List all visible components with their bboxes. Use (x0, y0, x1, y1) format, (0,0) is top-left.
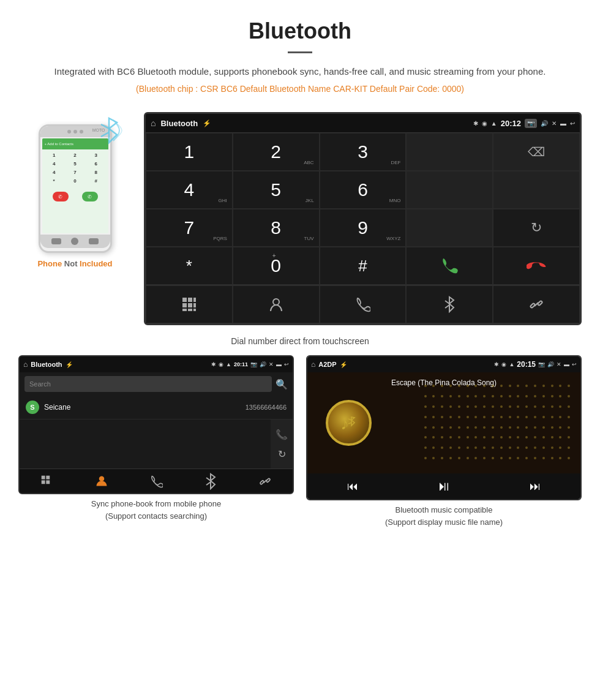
phone-key-0: 0 (65, 177, 85, 185)
viz-dot (551, 457, 553, 459)
key-9-num: 9 (358, 217, 368, 238)
dialpad-key-1[interactable]: 1 (146, 133, 233, 171)
dialpad-key-4[interactable]: 4 GHI (146, 171, 233, 209)
viz-dot (517, 416, 519, 418)
key-hash-num: # (358, 257, 367, 276)
dialpad-key-0[interactable]: 0 + (233, 247, 320, 285)
dialpad-key-6[interactable]: 6 MNO (320, 171, 407, 209)
viz-dot (474, 385, 477, 387)
dialpad-key-5[interactable]: 5 JKL (233, 171, 320, 209)
dialpad-key-star[interactable]: * (146, 247, 233, 285)
pb-grid-icon[interactable] (40, 475, 54, 488)
phone-key-8: 7 (65, 168, 85, 176)
key-5-num: 5 (271, 179, 281, 200)
camera-icon[interactable]: 📷 (525, 119, 537, 128)
dialpad-call-button[interactable] (406, 247, 493, 285)
close-status-icon[interactable]: ✕ (552, 120, 557, 127)
viz-dot (525, 416, 528, 418)
back-status-icon[interactable]: ↩ (570, 120, 575, 127)
included-word: Included (80, 259, 112, 268)
phone-key-5: 5 (65, 160, 85, 168)
home-icon[interactable]: ⌂ (151, 118, 156, 128)
viz-dot (509, 395, 511, 397)
viz-dot (525, 457, 528, 459)
volume-icon[interactable]: 🔊 (541, 120, 548, 127)
phone-key-1: 1 (44, 151, 64, 159)
dialpad-bluetooth-btn[interactable] (406, 285, 493, 323)
pb-person-icon[interactable] (95, 475, 108, 488)
pb-back-icon[interactable]: ↩ (284, 361, 289, 367)
dialpad-key-hash[interactable]: # (320, 247, 407, 285)
dialpad-backspace[interactable]: ⌫ (493, 133, 580, 171)
dialpad-key-3[interactable]: 3 DEF (320, 133, 407, 171)
viz-dot (509, 457, 511, 459)
music-next-btn[interactable]: ⏭ (530, 480, 541, 493)
viz-dot (424, 416, 427, 418)
pb-contact-name: Seicane (44, 403, 246, 412)
viz-dot (551, 446, 553, 449)
pb-phone-icon[interactable] (149, 475, 163, 488)
music-playpause-btn[interactable]: ⏯ (437, 478, 451, 494)
dialpad-key-7[interactable]: 7 PQRS (146, 209, 233, 247)
header-description: Integrated with BC6 Bluetooth module, su… (12, 64, 588, 79)
dialpad-grid-btn[interactable] (146, 285, 233, 323)
phone-key-4: 4 (44, 160, 64, 168)
pb-loc-icon: ◉ (219, 361, 223, 367)
dialpad-key-2[interactable]: 2 ABC (233, 133, 320, 171)
viz-dot (500, 436, 503, 438)
window-status-icon[interactable]: ▬ (560, 120, 566, 127)
viz-dot (509, 405, 511, 408)
pb-search-icon[interactable]: 🔍 (276, 378, 288, 390)
viz-dot (551, 416, 553, 418)
viz-dot (568, 385, 570, 387)
dialpad-key-8[interactable]: 8 TUV (233, 209, 320, 247)
status-bar-left: ⌂ Bluetooth ⚡ (151, 118, 211, 128)
viz-dot (559, 405, 561, 408)
viz-dot (424, 405, 427, 408)
usb-icon: ⚡ (203, 119, 211, 127)
music-loc-icon: ◉ (501, 361, 506, 367)
dialpad-key-9[interactable]: 9 WXYZ (320, 209, 407, 247)
music-x-icon[interactable]: ✕ (557, 361, 561, 367)
pb-win-icon[interactable]: ▬ (276, 361, 282, 367)
pb-home-icon[interactable]: ⌂ (23, 360, 28, 369)
not-word: Not (64, 259, 80, 268)
dialpad-link-btn[interactable] (493, 285, 580, 323)
pb-search-box[interactable]: Search (24, 376, 272, 392)
pb-search-row: Search 🔍 (20, 372, 293, 396)
phonebook-screenshot: ⌂ Bluetooth ⚡ ✱ ◉ ▲ 20:11 📷 🔊 ✕ ▬ ↩ (18, 355, 294, 494)
viz-dot (500, 446, 503, 449)
pb-link-icon[interactable] (258, 475, 272, 488)
dialpad-contacts-btn[interactable] (233, 285, 320, 323)
dialpad-refresh[interactable]: ↻ (493, 209, 580, 247)
pb-x-icon[interactable]: ✕ (269, 361, 274, 367)
viz-dot (517, 457, 519, 459)
phone-key-star: * (44, 177, 64, 185)
key-8-sub: TUV (304, 236, 314, 241)
viz-dot (542, 436, 545, 438)
viz-dot (542, 395, 545, 397)
music-back-icon[interactable]: ↩ (572, 361, 577, 367)
pb-side-phone-icon[interactable]: 📞 (276, 429, 288, 440)
pb-status-bar: ⌂ Bluetooth ⚡ ✱ ◉ ▲ 20:11 📷 🔊 ✕ ▬ ↩ (20, 356, 293, 372)
bottom-screenshots: ⌂ Bluetooth ⚡ ✱ ◉ ▲ 20:11 📷 🔊 ✕ ▬ ↩ (0, 355, 600, 528)
pb-side-refresh-icon[interactable]: ↻ (278, 448, 286, 460)
phonebook-block: ⌂ Bluetooth ⚡ ✱ ◉ ▲ 20:11 📷 🔊 ✕ ▬ ↩ (18, 355, 294, 528)
svg-rect-11 (538, 301, 542, 306)
dialpad-phone-btn[interactable] (320, 285, 407, 323)
pb-vol-icon: 🔊 (260, 361, 266, 367)
viz-dot (534, 457, 536, 459)
viz-dot (441, 457, 443, 459)
music-win-icon[interactable]: ▬ (564, 361, 569, 367)
dialpad-end-call-button[interactable] (493, 247, 580, 285)
key-2-num: 2 (271, 141, 281, 162)
page-title: Bluetooth (12, 18, 588, 44)
viz-dot (559, 395, 561, 397)
pb-bt-icon[interactable] (204, 473, 217, 490)
music-prev-btn[interactable]: ⏮ (347, 480, 358, 493)
end-call-red-icon (527, 256, 546, 276)
music-home-icon[interactable]: ⌂ (311, 360, 315, 369)
svg-rect-10 (530, 303, 535, 308)
key-4-num: 4 (184, 179, 195, 200)
viz-dot (492, 446, 494, 449)
